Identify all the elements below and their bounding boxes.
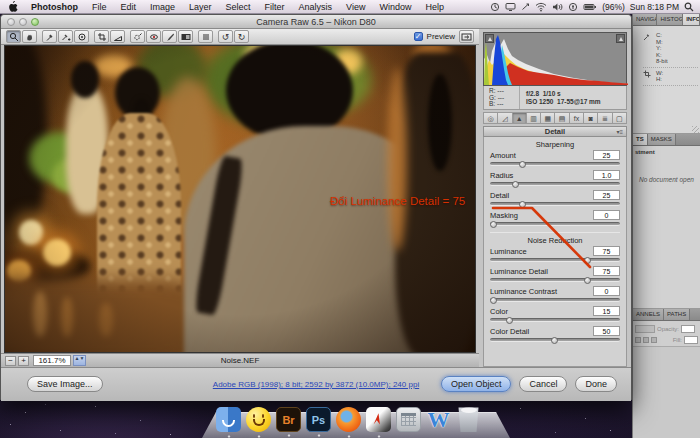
tab-masks[interactable]: MASKS — [648, 134, 676, 145]
fill-field[interactable] — [684, 336, 698, 344]
dock-word-icon[interactable]: W — [426, 407, 451, 432]
detail-slider-track[interactable] — [490, 202, 620, 206]
luminance-contrast-value-field[interactable]: 0 — [593, 286, 620, 296]
menu-clock[interactable]: Sun 8:18 PM — [630, 2, 679, 12]
tab-basic-icon[interactable]: ◎ — [483, 112, 498, 124]
spot-removal-tool-icon[interactable] — [130, 30, 145, 43]
tab-channels[interactable]: ANNELS — [633, 309, 664, 320]
tab-histogram[interactable]: HISTOGR — [657, 14, 683, 25]
luminance-value-field[interactable]: 75 — [593, 246, 620, 256]
zoom-window-button[interactable] — [31, 18, 39, 26]
rotate-left-icon[interactable]: ↺ — [218, 30, 233, 43]
tab-info[interactable]: INFO — [683, 14, 700, 25]
dock-adobe-reader-icon[interactable] — [366, 407, 391, 432]
dock-trash-icon[interactable] — [456, 407, 481, 432]
cancel-button[interactable]: Cancel — [519, 376, 567, 392]
menu-analysis[interactable]: Analysis — [292, 2, 340, 12]
dock-firefox-icon[interactable] — [336, 407, 361, 432]
dock-photoshop-icon[interactable]: Ps — [306, 407, 331, 432]
dock-finder-icon[interactable] — [216, 407, 241, 432]
luminance-detail-slider-thumb[interactable] — [584, 277, 591, 284]
luminance-slider-thumb[interactable] — [584, 257, 591, 264]
adjustment-brush-tool-icon[interactable] — [162, 30, 177, 43]
tab-navigator[interactable]: NAVIGAT — [633, 14, 657, 25]
menu-window[interactable]: Window — [372, 2, 418, 12]
time-machine-icon[interactable] — [490, 2, 500, 12]
detail-slider-thumb[interactable] — [519, 201, 526, 208]
tab-snapshots-icon[interactable]: ▢ — [613, 112, 627, 124]
menu-help[interactable]: Help — [418, 2, 451, 12]
color-detail-slider-track[interactable] — [490, 338, 620, 342]
done-button[interactable]: Done — [575, 376, 617, 392]
tab-tone-curve-icon[interactable]: ◿ — [498, 112, 512, 124]
straighten-tool-icon[interactable] — [110, 30, 125, 43]
hand-tool-icon[interactable] — [22, 30, 37, 43]
fullscreen-toggle-icon[interactable] — [459, 30, 474, 43]
detail-value-field[interactable]: 25 — [593, 190, 620, 200]
preferences-tool-icon[interactable] — [198, 30, 213, 43]
targeted-adjustment-tool-icon[interactable] — [74, 30, 89, 43]
minimize-window-button[interactable] — [19, 18, 27, 26]
white-balance-tool-icon[interactable] — [42, 30, 57, 43]
tab-hsl-icon[interactable]: ▥ — [527, 112, 541, 124]
color-slider-thumb[interactable] — [506, 317, 513, 324]
lock-transparency-icon[interactable] — [635, 337, 641, 343]
menu-photoshop[interactable]: Photoshop — [24, 2, 85, 12]
preview-checkbox[interactable]: ✓ — [414, 32, 423, 41]
close-window-button[interactable] — [7, 18, 15, 26]
lock-position-icon[interactable] — [643, 337, 649, 343]
red-eye-tool-icon[interactable] — [146, 30, 161, 43]
masking-slider-track[interactable] — [490, 222, 620, 226]
shadow-clipping-warning-icon[interactable] — [485, 34, 494, 43]
apple-menu-icon[interactable] — [8, 1, 18, 12]
radius-slider-thumb[interactable] — [512, 181, 519, 188]
tab-lens-corrections-icon[interactable]: ▤ — [555, 112, 569, 124]
luminance-contrast-slider-thumb[interactable] — [490, 297, 497, 304]
menu-filter[interactable]: Filter — [258, 2, 292, 12]
menu-image[interactable]: Image — [143, 2, 182, 12]
menu-select[interactable]: Select — [219, 2, 258, 12]
graduated-filter-tool-icon[interactable] — [178, 30, 193, 43]
zoom-tool-icon[interactable] — [6, 30, 21, 43]
amount-slider-thumb[interactable] — [519, 161, 526, 168]
color-slider-track[interactable] — [490, 318, 620, 322]
spotlight-icon[interactable] — [684, 2, 694, 12]
luminance-detail-slider-track[interactable] — [490, 278, 620, 282]
tab-adjustments[interactable]: TS — [633, 134, 648, 145]
amount-slider-track[interactable] — [490, 162, 620, 166]
blend-mode-select[interactable] — [635, 325, 655, 333]
tab-paths[interactable]: PATHS — [664, 309, 690, 320]
luminance-contrast-slider-track[interactable] — [490, 298, 620, 302]
crop-tool-icon[interactable] — [94, 30, 109, 43]
lock-all-icon[interactable] — [651, 337, 657, 343]
wifi-icon[interactable] — [535, 2, 547, 12]
highlight-clipping-warning-icon[interactable] — [616, 34, 625, 43]
displays-icon[interactable] — [505, 2, 516, 12]
dialog-title-bar[interactable]: Camera Raw 6.5 – Nikon D80 — [1, 15, 631, 29]
volume-icon[interactable] — [552, 2, 563, 12]
masking-value-field[interactable]: 0 — [593, 210, 620, 220]
menu-layer[interactable]: Layer — [182, 2, 219, 12]
menu-edit[interactable]: Edit — [114, 2, 144, 12]
dock-calculator-icon[interactable] — [396, 407, 421, 432]
input-menu-icon[interactable] — [521, 2, 530, 12]
opacity-field[interactable] — [681, 325, 695, 333]
menu-file[interactable]: File — [85, 2, 114, 12]
tab-detail-icon[interactable]: ▲ — [513, 112, 527, 124]
radius-value-field[interactable]: 1.0 — [593, 170, 620, 180]
panel-menu-icon[interactable]: ▾≡ — [616, 128, 623, 135]
amount-value-field[interactable]: 25 — [593, 150, 620, 160]
luminance-detail-value-field[interactable]: 75 — [593, 266, 620, 276]
color-detail-value-field[interactable]: 50 — [593, 326, 620, 336]
menu-view[interactable]: View — [339, 2, 372, 12]
tab-split-toning-icon[interactable]: ▦ — [541, 112, 555, 124]
battery-icon[interactable] — [583, 2, 597, 12]
luminance-slider-track[interactable] — [490, 258, 620, 262]
tab-effects-icon[interactable]: fx — [570, 112, 584, 124]
color-sampler-tool-icon[interactable] — [58, 30, 73, 43]
tab-presets-icon[interactable]: ≣ — [598, 112, 612, 124]
keychain-icon[interactable] — [568, 2, 578, 12]
tab-camera-calibration-icon[interactable]: ◙ — [584, 112, 598, 124]
radius-slider-track[interactable] — [490, 182, 620, 186]
open-object-button[interactable]: Open Object — [441, 376, 512, 392]
